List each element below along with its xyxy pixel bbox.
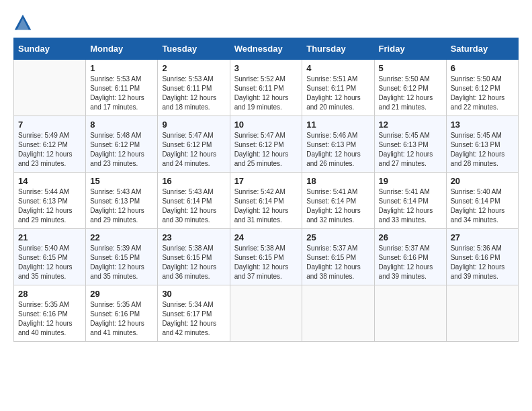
calendar-day-cell — [446, 285, 518, 342]
calendar-table: SundayMondayTuesdayWednesdayThursdayFrid… — [13, 38, 519, 342]
day-number: 21 — [18, 232, 81, 242]
calendar-day-cell: 26Sunrise: 5:37 AMSunset: 6:16 PMDayligh… — [374, 229, 446, 285]
day-info: Sunrise: 5:35 AMSunset: 6:16 PMDaylight:… — [18, 300, 81, 338]
calendar-header-row: SundayMondayTuesdayWednesdayThursdayFrid… — [14, 38, 519, 60]
calendar-day-cell: 9Sunrise: 5:47 AMSunset: 6:12 PMDaylight… — [158, 116, 230, 173]
calendar-day-cell: 17Sunrise: 5:42 AMSunset: 6:14 PMDayligh… — [230, 173, 302, 229]
calendar-day-cell: 15Sunrise: 5:43 AMSunset: 6:13 PMDayligh… — [86, 173, 158, 229]
day-info: Sunrise: 5:42 AMSunset: 6:14 PMDaylight:… — [234, 187, 298, 225]
day-info: Sunrise: 5:47 AMSunset: 6:12 PMDaylight:… — [234, 131, 298, 169]
day-info: Sunrise: 5:52 AMSunset: 6:11 PMDaylight:… — [234, 75, 298, 112]
calendar-day-cell: 1Sunrise: 5:53 AMSunset: 6:11 PMDaylight… — [86, 60, 158, 116]
day-number: 1 — [90, 63, 153, 73]
day-number: 3 — [234, 63, 298, 73]
day-info: Sunrise: 5:46 AMSunset: 6:13 PMDaylight:… — [306, 131, 369, 169]
calendar-day-header: Friday — [374, 38, 446, 60]
day-number: 19 — [379, 176, 442, 186]
day-info: Sunrise: 5:49 AMSunset: 6:12 PMDaylight:… — [18, 131, 81, 169]
calendar-day-cell: 23Sunrise: 5:38 AMSunset: 6:15 PMDayligh… — [158, 229, 230, 285]
calendar-day-header: Saturday — [446, 38, 518, 60]
calendar-day-header: Wednesday — [230, 38, 302, 60]
day-number: 30 — [162, 289, 225, 299]
calendar-day-cell — [230, 285, 302, 342]
day-info: Sunrise: 5:44 AMSunset: 6:13 PMDaylight:… — [18, 187, 81, 225]
day-info: Sunrise: 5:36 AMSunset: 6:16 PMDaylight:… — [451, 244, 514, 281]
day-number: 11 — [306, 120, 369, 130]
calendar-day-cell: 8Sunrise: 5:48 AMSunset: 6:12 PMDaylight… — [86, 116, 158, 173]
day-info: Sunrise: 5:43 AMSunset: 6:14 PMDaylight:… — [162, 187, 225, 225]
day-number: 29 — [90, 289, 153, 299]
calendar-day-header: Sunday — [14, 38, 86, 60]
calendar-day-cell: 5Sunrise: 5:50 AMSunset: 6:12 PMDaylight… — [374, 60, 446, 116]
day-number: 22 — [90, 232, 153, 242]
day-number: 2 — [162, 63, 225, 73]
day-info: Sunrise: 5:53 AMSunset: 6:11 PMDaylight:… — [162, 75, 225, 112]
calendar-day-cell: 13Sunrise: 5:45 AMSunset: 6:13 PMDayligh… — [446, 116, 518, 173]
day-info: Sunrise: 5:45 AMSunset: 6:13 PMDaylight:… — [379, 131, 442, 169]
day-number: 28 — [18, 289, 81, 299]
day-info: Sunrise: 5:34 AMSunset: 6:17 PMDaylight:… — [162, 300, 225, 338]
day-number: 23 — [162, 232, 225, 242]
calendar-day-cell: 29Sunrise: 5:35 AMSunset: 6:16 PMDayligh… — [86, 285, 158, 342]
calendar-day-cell: 20Sunrise: 5:40 AMSunset: 6:14 PMDayligh… — [446, 173, 518, 229]
calendar-day-cell: 4Sunrise: 5:51 AMSunset: 6:11 PMDaylight… — [302, 60, 374, 116]
calendar-day-cell: 2Sunrise: 5:53 AMSunset: 6:11 PMDaylight… — [158, 60, 230, 116]
day-number: 5 — [379, 63, 442, 73]
calendar-day-cell: 27Sunrise: 5:36 AMSunset: 6:16 PMDayligh… — [446, 229, 518, 285]
calendar-day-cell: 14Sunrise: 5:44 AMSunset: 6:13 PMDayligh… — [14, 173, 86, 229]
calendar-day-cell: 7Sunrise: 5:49 AMSunset: 6:12 PMDaylight… — [14, 116, 86, 173]
day-info: Sunrise: 5:50 AMSunset: 6:12 PMDaylight:… — [451, 75, 514, 112]
calendar-day-cell: 3Sunrise: 5:52 AMSunset: 6:11 PMDaylight… — [230, 60, 302, 116]
day-info: Sunrise: 5:40 AMSunset: 6:14 PMDaylight:… — [451, 187, 514, 225]
calendar-day-cell: 24Sunrise: 5:38 AMSunset: 6:15 PMDayligh… — [230, 229, 302, 285]
day-number: 13 — [451, 120, 514, 130]
day-number: 15 — [90, 176, 153, 186]
day-number: 27 — [451, 232, 514, 242]
calendar-day-cell: 18Sunrise: 5:41 AMSunset: 6:14 PMDayligh… — [302, 173, 374, 229]
calendar-day-header: Monday — [86, 38, 158, 60]
calendar-day-cell: 22Sunrise: 5:39 AMSunset: 6:15 PMDayligh… — [86, 229, 158, 285]
calendar-day-cell — [14, 60, 86, 116]
day-number: 24 — [234, 232, 298, 242]
day-number: 26 — [379, 232, 442, 242]
day-info: Sunrise: 5:37 AMSunset: 6:15 PMDaylight:… — [306, 244, 369, 281]
day-number: 7 — [18, 120, 81, 130]
day-number: 8 — [90, 120, 153, 130]
day-number: 10 — [234, 120, 298, 130]
day-info: Sunrise: 5:37 AMSunset: 6:16 PMDaylight:… — [379, 244, 442, 281]
day-info: Sunrise: 5:45 AMSunset: 6:13 PMDaylight:… — [451, 131, 514, 169]
calendar-day-cell — [374, 285, 446, 342]
day-info: Sunrise: 5:40 AMSunset: 6:15 PMDaylight:… — [18, 244, 81, 281]
day-info: Sunrise: 5:38 AMSunset: 6:15 PMDaylight:… — [234, 244, 298, 281]
day-info: Sunrise: 5:41 AMSunset: 6:14 PMDaylight:… — [306, 187, 369, 225]
calendar-day-cell — [302, 285, 374, 342]
day-number: 12 — [379, 120, 442, 130]
day-number: 16 — [162, 176, 225, 186]
calendar-week-row: 7Sunrise: 5:49 AMSunset: 6:12 PMDaylight… — [14, 116, 519, 173]
calendar-day-cell: 21Sunrise: 5:40 AMSunset: 6:15 PMDayligh… — [14, 229, 86, 285]
day-number: 6 — [451, 63, 514, 73]
day-number: 4 — [306, 63, 369, 73]
day-info: Sunrise: 5:35 AMSunset: 6:16 PMDaylight:… — [90, 300, 153, 338]
day-info: Sunrise: 5:39 AMSunset: 6:15 PMDaylight:… — [90, 244, 153, 281]
day-info: Sunrise: 5:53 AMSunset: 6:11 PMDaylight:… — [90, 75, 153, 112]
day-number: 18 — [306, 176, 369, 186]
calendar-day-cell: 11Sunrise: 5:46 AMSunset: 6:13 PMDayligh… — [302, 116, 374, 173]
logo-icon — [13, 13, 32, 32]
calendar-day-header: Tuesday — [158, 38, 230, 60]
day-info: Sunrise: 5:41 AMSunset: 6:14 PMDaylight:… — [379, 187, 442, 225]
calendar-day-cell: 19Sunrise: 5:41 AMSunset: 6:14 PMDayligh… — [374, 173, 446, 229]
day-info: Sunrise: 5:51 AMSunset: 6:11 PMDaylight:… — [306, 75, 369, 112]
calendar-day-cell: 16Sunrise: 5:43 AMSunset: 6:14 PMDayligh… — [158, 173, 230, 229]
day-info: Sunrise: 5:47 AMSunset: 6:12 PMDaylight:… — [162, 131, 225, 169]
calendar-day-cell: 10Sunrise: 5:47 AMSunset: 6:12 PMDayligh… — [230, 116, 302, 173]
calendar-day-cell: 30Sunrise: 5:34 AMSunset: 6:17 PMDayligh… — [158, 285, 230, 342]
calendar-day-cell: 12Sunrise: 5:45 AMSunset: 6:13 PMDayligh… — [374, 116, 446, 173]
day-number: 14 — [18, 176, 81, 186]
calendar-week-row: 28Sunrise: 5:35 AMSunset: 6:16 PMDayligh… — [14, 285, 519, 342]
day-number: 20 — [451, 176, 514, 186]
day-number: 25 — [306, 232, 369, 242]
logo — [13, 13, 35, 32]
calendar-week-row: 21Sunrise: 5:40 AMSunset: 6:15 PMDayligh… — [14, 229, 519, 285]
calendar-day-cell: 28Sunrise: 5:35 AMSunset: 6:16 PMDayligh… — [14, 285, 86, 342]
